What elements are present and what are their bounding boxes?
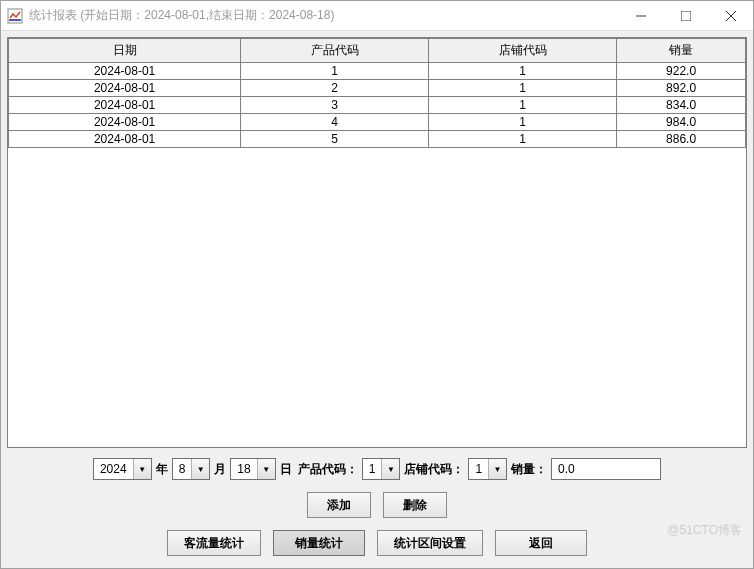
chevron-down-icon: ▼ bbox=[257, 459, 275, 479]
table-cell[interactable]: 2024-08-01 bbox=[9, 63, 241, 80]
col-date[interactable]: 日期 bbox=[9, 39, 241, 63]
col-product-code[interactable]: 产品代码 bbox=[241, 39, 429, 63]
table-cell[interactable]: 1 bbox=[429, 63, 617, 80]
col-sales[interactable]: 销量 bbox=[617, 39, 746, 63]
sales-stats-button[interactable]: 销量统计 bbox=[273, 530, 365, 556]
table-row[interactable]: 2024-08-0141984.0 bbox=[9, 114, 746, 131]
table-cell[interactable]: 2024-08-01 bbox=[9, 114, 241, 131]
store-code-label: 店铺代码： bbox=[404, 461, 464, 478]
minimize-button[interactable] bbox=[618, 1, 663, 30]
svg-rect-1 bbox=[9, 19, 21, 21]
table-row[interactable]: 2024-08-0131834.0 bbox=[9, 97, 746, 114]
table-cell[interactable]: 834.0 bbox=[617, 97, 746, 114]
chevron-down-icon: ▼ bbox=[381, 459, 399, 479]
data-table-container: 日期 产品代码 店铺代码 销量 2024-08-0111922.02024-08… bbox=[7, 37, 747, 448]
table-cell[interactable]: 922.0 bbox=[617, 63, 746, 80]
month-label: 月 bbox=[214, 461, 226, 478]
watermark: @51CTO博客 bbox=[667, 522, 742, 539]
product-code-dropdown[interactable]: 1 ▼ bbox=[362, 458, 401, 480]
sales-input[interactable] bbox=[551, 458, 661, 480]
table-cell[interactable]: 1 bbox=[429, 114, 617, 131]
add-button[interactable]: 添加 bbox=[307, 492, 371, 518]
table-row[interactable]: 2024-08-0121892.0 bbox=[9, 80, 746, 97]
action-buttons-row: 添加 删除 bbox=[7, 486, 747, 524]
col-store-code[interactable]: 店铺代码 bbox=[429, 39, 617, 63]
interval-settings-button[interactable]: 统计区间设置 bbox=[377, 530, 483, 556]
table-cell[interactable]: 1 bbox=[241, 63, 429, 80]
table-cell[interactable]: 2024-08-01 bbox=[9, 80, 241, 97]
app-icon bbox=[7, 8, 23, 24]
delete-button[interactable]: 删除 bbox=[383, 492, 447, 518]
chevron-down-icon: ▼ bbox=[488, 459, 506, 479]
store-code-dropdown[interactable]: 1 ▼ bbox=[468, 458, 507, 480]
table-cell[interactable]: 2024-08-01 bbox=[9, 131, 241, 148]
table-cell[interactable]: 892.0 bbox=[617, 80, 746, 97]
input-row: 2024 ▼ 年 8 ▼ 月 18 ▼ 日 产品代码： 1 ▼ 店铺代码： 1 bbox=[7, 448, 747, 486]
app-window: 统计报表 (开始日期：2024-08-01,结束日期：2024-08-18) 日… bbox=[0, 0, 754, 569]
table-header-row: 日期 产品代码 店铺代码 销量 bbox=[9, 39, 746, 63]
table-cell[interactable]: 1 bbox=[429, 80, 617, 97]
data-table: 日期 产品代码 店铺代码 销量 2024-08-0111922.02024-08… bbox=[8, 38, 746, 148]
window-controls bbox=[618, 1, 753, 30]
titlebar: 统计报表 (开始日期：2024-08-01,结束日期：2024-08-18) bbox=[1, 1, 753, 31]
customer-stats-button[interactable]: 客流量统计 bbox=[167, 530, 261, 556]
month-dropdown[interactable]: 8 ▼ bbox=[172, 458, 211, 480]
day-label: 日 bbox=[280, 461, 292, 478]
maximize-button[interactable] bbox=[663, 1, 708, 30]
chevron-down-icon: ▼ bbox=[133, 459, 151, 479]
nav-buttons-row: 客流量统计 销量统计 统计区间设置 返回 bbox=[7, 524, 747, 562]
svg-rect-3 bbox=[681, 11, 691, 21]
sales-label: 销量： bbox=[511, 461, 547, 478]
table-cell[interactable]: 5 bbox=[241, 131, 429, 148]
year-label: 年 bbox=[156, 461, 168, 478]
table-cell[interactable]: 1 bbox=[429, 97, 617, 114]
product-code-label: 产品代码： bbox=[298, 461, 358, 478]
content-area: 日期 产品代码 店铺代码 销量 2024-08-0111922.02024-08… bbox=[1, 31, 753, 568]
back-button[interactable]: 返回 bbox=[495, 530, 587, 556]
table-cell[interactable]: 2 bbox=[241, 80, 429, 97]
table-row[interactable]: 2024-08-0151886.0 bbox=[9, 131, 746, 148]
table-cell[interactable]: 1 bbox=[429, 131, 617, 148]
window-title: 统计报表 (开始日期：2024-08-01,结束日期：2024-08-18) bbox=[29, 7, 618, 24]
table-row[interactable]: 2024-08-0111922.0 bbox=[9, 63, 746, 80]
table-cell[interactable]: 886.0 bbox=[617, 131, 746, 148]
table-cell[interactable]: 3 bbox=[241, 97, 429, 114]
table-cell[interactable]: 984.0 bbox=[617, 114, 746, 131]
table-cell[interactable]: 4 bbox=[241, 114, 429, 131]
day-dropdown[interactable]: 18 ▼ bbox=[230, 458, 275, 480]
year-dropdown[interactable]: 2024 ▼ bbox=[93, 458, 152, 480]
table-cell[interactable]: 2024-08-01 bbox=[9, 97, 241, 114]
chevron-down-icon: ▼ bbox=[191, 459, 209, 479]
close-button[interactable] bbox=[708, 1, 753, 30]
